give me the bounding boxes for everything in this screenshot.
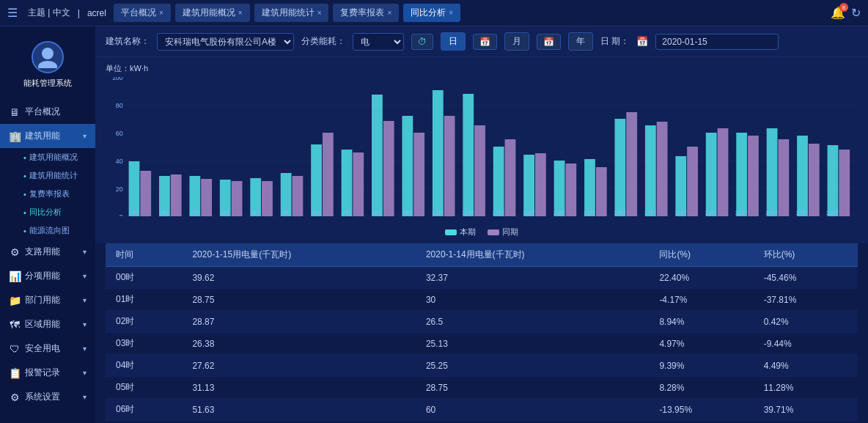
sidebar-label-safety: 安全用电 xyxy=(25,342,78,355)
sidebar-item-platform[interactable]: 🖥 平台概况 xyxy=(0,100,95,124)
svg-rect-51 xyxy=(687,147,698,216)
svg-text:22时: 22时 xyxy=(796,210,809,216)
table-cell: 01时 xyxy=(106,289,182,311)
legend-current-color xyxy=(445,229,457,235)
svg-rect-60 xyxy=(828,145,839,216)
calendar-year-icon[interactable]: 📅 xyxy=(537,34,561,50)
sub-item-energy-flow[interactable]: 能源流向图 xyxy=(15,221,95,240)
table-cell: -7.56% xyxy=(754,421,858,424)
sidebar-item-building-energy[interactable]: 🏢 建筑用能 ▾ xyxy=(0,124,95,148)
sub-item-yoy[interactable]: 同比分析 xyxy=(15,203,95,221)
table-row: 07时4845.635.19%-7.56% xyxy=(106,421,858,424)
svg-rect-45 xyxy=(596,167,607,216)
table-cell: 25.13 xyxy=(416,333,649,355)
col-header-current-kwh: 2020-1-15用电量(千瓦时) xyxy=(182,243,415,267)
refresh-button[interactable]: ↻ xyxy=(851,6,861,20)
month-button[interactable]: 月 xyxy=(504,32,529,51)
sidebar-item-category-energy[interactable]: 📊 分项用能 ▾ xyxy=(0,264,95,288)
tab-close[interactable]: × xyxy=(449,9,453,17)
svg-text:8时: 8时 xyxy=(372,210,381,216)
sidebar-label-building: 建筑用能 xyxy=(25,130,78,142)
arrow-down-icon5: ▾ xyxy=(83,320,87,328)
sidebar-label-category: 分项用能 xyxy=(25,270,78,282)
hamburger-menu[interactable]: ☰ xyxy=(7,6,18,20)
svg-rect-48 xyxy=(645,125,656,216)
sub-item-building-overview[interactable]: 建筑用能概况 xyxy=(15,148,95,166)
table-cell: 22.40% xyxy=(649,267,753,289)
theme-selector[interactable]: 主题 | 中文 xyxy=(28,7,70,19)
platform-icon: 🖥 xyxy=(9,106,21,118)
table-cell: 25.25 xyxy=(416,355,649,377)
legend-previous-color xyxy=(488,229,499,235)
main-content: 建筑名称： 安科瑞电气股份有限公司A楼 分类能耗： 电 ⏱ 日 📅 月 📅 年 … xyxy=(95,26,868,423)
svg-text:20时: 20时 xyxy=(735,210,748,216)
tab-close[interactable]: × xyxy=(317,9,322,17)
building-label: 建筑名称： xyxy=(106,35,150,48)
svg-rect-26 xyxy=(311,144,322,216)
top-navigation: ☰ 主题 | 中文 | acrel 平台概况 × 建筑用能概况 × 建筑用能统计… xyxy=(0,0,868,26)
table-cell: 02时 xyxy=(106,311,182,333)
svg-text:14时: 14时 xyxy=(553,210,565,216)
sidebar-item-safety[interactable]: 🛡 安全用电 ▾ xyxy=(0,336,95,361)
tab-platform[interactable]: 平台概况 × xyxy=(114,4,171,22)
area-icon: 🗺 xyxy=(9,319,21,331)
year-button[interactable]: 年 xyxy=(568,32,593,51)
sidebar-item-dept-energy[interactable]: 📁 部门用能 ▾ xyxy=(0,288,95,312)
table-cell: 28.75 xyxy=(416,377,649,399)
sub-item-tiered-report[interactable]: 复费率报表 xyxy=(15,185,95,203)
svg-rect-32 xyxy=(402,116,413,216)
table-row: 04时27.6225.259.39%4.49% xyxy=(106,355,858,377)
tab-building-stats[interactable]: 建筑用能统计 × xyxy=(254,4,329,22)
svg-text:11时: 11时 xyxy=(462,210,474,216)
table-cell: -45.46% xyxy=(754,267,858,289)
table-cell: 03时 xyxy=(106,333,182,355)
sidebar-submenu-building: 建筑用能概况 建筑用能统计 复费率报表 同比分析 能源流向图 xyxy=(0,148,95,240)
svg-rect-27 xyxy=(323,133,334,216)
svg-text:2时: 2时 xyxy=(190,210,199,216)
table-cell: 07时 xyxy=(106,421,182,424)
svg-text:13时: 13时 xyxy=(523,210,535,216)
sidebar-item-area-energy[interactable]: 🗺 区域用能 ▾ xyxy=(0,312,95,336)
sidebar-item-branch-energy[interactable]: ⚙ 支路用能 ▾ xyxy=(0,240,95,264)
sidebar-item-settings[interactable]: ⚙ 系统设置 ▾ xyxy=(0,385,95,409)
svg-rect-23 xyxy=(262,181,273,216)
table-cell: 39.62 xyxy=(182,267,415,289)
svg-rect-58 xyxy=(797,136,808,216)
sub-item-building-stats[interactable]: 建筑用能统计 xyxy=(15,166,95,185)
table-cell: -13.95% xyxy=(649,399,753,421)
table-cell: 28.75 xyxy=(182,289,415,311)
tab-yoy-analysis[interactable]: 同比分析 × xyxy=(403,4,460,22)
tab-close[interactable]: × xyxy=(387,9,391,17)
dept-icon: 📁 xyxy=(9,295,21,306)
tab-close[interactable]: × xyxy=(159,9,163,17)
user-label: | xyxy=(78,8,80,18)
tab-tiered-report[interactable]: 复费率报表 × xyxy=(333,4,399,22)
sidebar-item-alarm[interactable]: 📋 报警记录 ▾ xyxy=(0,361,95,385)
notification-bell[interactable]: 🔔 8 xyxy=(831,6,845,20)
svg-text:0: 0 xyxy=(119,213,123,216)
settings-icon: ⚙ xyxy=(9,391,21,403)
tab-building-overview[interactable]: 建筑用能概况 × xyxy=(175,4,250,22)
calendar-month-icon[interactable]: 📅 xyxy=(473,34,497,50)
svg-rect-56 xyxy=(767,128,778,216)
svg-rect-49 xyxy=(657,122,668,216)
svg-rect-38 xyxy=(493,147,504,216)
table-cell: 45.63 xyxy=(416,421,649,424)
day-button[interactable]: 日 xyxy=(441,32,466,51)
clock-icon-button[interactable]: ⏱ xyxy=(411,34,433,50)
svg-rect-30 xyxy=(372,95,383,216)
building-icon: 🏢 xyxy=(9,130,21,142)
tab-close[interactable]: × xyxy=(238,9,243,17)
filter-bar: 建筑名称： 安科瑞电气股份有限公司A楼 分类能耗： 电 ⏱ 日 📅 月 📅 年 … xyxy=(95,26,868,57)
legend-previous: 同期 xyxy=(488,227,518,238)
table-cell: 5.19% xyxy=(649,421,753,424)
svg-rect-61 xyxy=(839,150,850,216)
table-cell: 28.87 xyxy=(182,311,415,333)
username[interactable]: acrel xyxy=(87,8,106,18)
category-select[interactable]: 电 xyxy=(353,33,404,51)
table-cell: -37.81% xyxy=(754,289,858,311)
date-input[interactable] xyxy=(655,34,779,50)
svg-rect-55 xyxy=(748,136,759,216)
building-select[interactable]: 安科瑞电气股份有限公司A楼 xyxy=(157,33,294,51)
table-cell: 9.39% xyxy=(649,355,753,377)
